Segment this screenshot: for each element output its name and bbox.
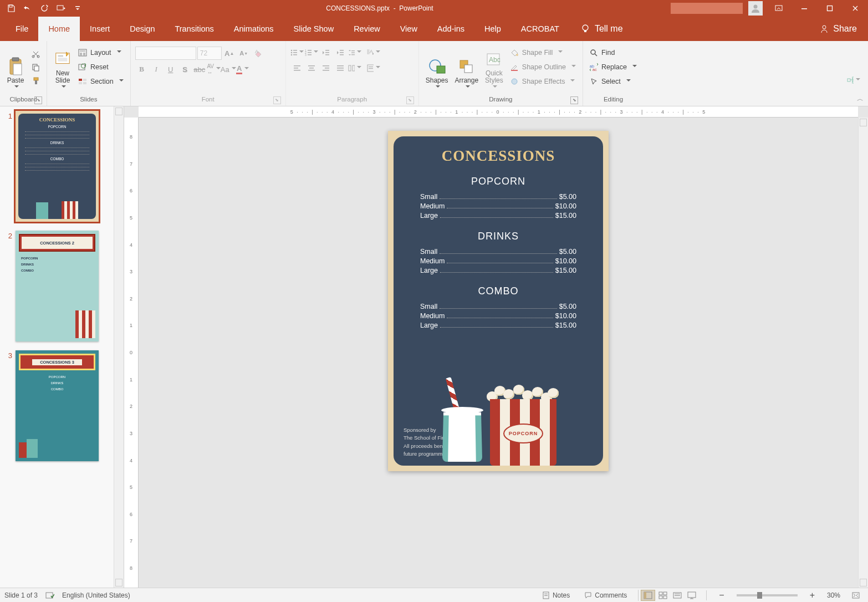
strikethrough-button[interactable]: abc bbox=[193, 63, 206, 75]
align-center-button[interactable] bbox=[305, 62, 318, 74]
drawing-dialog-launcher[interactable]: ⬊ bbox=[570, 96, 578, 104]
columns-button[interactable] bbox=[348, 62, 361, 74]
zoom-in-button[interactable]: + bbox=[805, 588, 819, 602]
collapse-ribbon-button[interactable]: ︿ bbox=[857, 94, 864, 104]
slide-canvas[interactable]: CONCESSIONS POPCORNSmall$5.00Medium$10.0… bbox=[139, 118, 858, 588]
ribbon-display-button[interactable] bbox=[766, 0, 792, 17]
thumbnail-entry[interactable]: 3 CONCESSIONS 3 POPCORN DRINKS COMBO bbox=[4, 350, 111, 461]
slide-sorter-button[interactable] bbox=[655, 590, 670, 601]
start-from-beginning-button[interactable] bbox=[53, 1, 69, 16]
replace-button[interactable]: abacReplace bbox=[588, 60, 639, 74]
account-avatar[interactable] bbox=[748, 1, 763, 16]
smartart-button[interactable] bbox=[847, 74, 860, 86]
zoom-slider[interactable] bbox=[737, 594, 798, 596]
clear-formatting-button[interactable]: A bbox=[252, 47, 265, 59]
select-button[interactable]: Select bbox=[588, 75, 639, 88]
thumbnail-scrollbar[interactable] bbox=[114, 106, 124, 588]
align-left-button[interactable] bbox=[290, 62, 304, 74]
tab-file[interactable]: File bbox=[6, 17, 38, 41]
align-right-button[interactable] bbox=[319, 62, 333, 74]
cut-button[interactable] bbox=[29, 48, 42, 60]
shape-fill-button[interactable]: Shape Fill bbox=[508, 46, 578, 59]
redo-button[interactable] bbox=[37, 1, 52, 16]
paste-button[interactable]: Paste bbox=[4, 43, 27, 91]
close-button[interactable] bbox=[843, 0, 868, 17]
tab-review[interactable]: Review bbox=[344, 17, 390, 41]
font-dialog-launcher[interactable]: ⬊ bbox=[273, 96, 281, 104]
shapes-button[interactable]: Shapes bbox=[423, 43, 451, 91]
customize-qat-button[interactable] bbox=[70, 1, 85, 16]
minimize-button[interactable] bbox=[792, 0, 817, 17]
font-color-button[interactable]: A bbox=[236, 63, 249, 75]
clipboard-dialog-launcher[interactable]: ⬊ bbox=[34, 96, 42, 104]
shape-effects-button[interactable]: Shape Effects bbox=[508, 75, 578, 88]
tab-acrobat[interactable]: ACROBAT bbox=[511, 17, 569, 41]
fit-to-window-button[interactable] bbox=[848, 588, 864, 602]
text-direction-button[interactable]: ||A bbox=[367, 47, 380, 59]
quick-styles-button[interactable]: Abc Quick Styles bbox=[483, 43, 506, 91]
new-slide-button[interactable]: New Slide bbox=[52, 43, 74, 91]
tab-insert[interactable]: Insert bbox=[80, 17, 120, 41]
decrease-font-button[interactable]: A▼ bbox=[237, 47, 251, 59]
increase-indent-button[interactable] bbox=[334, 47, 347, 59]
thumbnail-slide-2[interactable]: CONCESSIONS 2 POPCORN DRINKS COMBO bbox=[16, 231, 99, 341]
copy-button[interactable] bbox=[29, 61, 42, 73]
reset-button[interactable]: Reset bbox=[76, 60, 126, 74]
decrease-indent-button[interactable] bbox=[319, 47, 333, 59]
notes-button[interactable]: Notes bbox=[539, 588, 573, 602]
paragraph-dialog-launcher[interactable]: ⬊ bbox=[406, 96, 414, 104]
bullets-button[interactable] bbox=[290, 47, 304, 59]
bold-button[interactable]: B bbox=[135, 63, 149, 75]
slideshow-view-button[interactable] bbox=[684, 590, 698, 601]
tab-design[interactable]: Design bbox=[120, 17, 165, 41]
layout-button[interactable]: Layout bbox=[76, 46, 126, 59]
tab-transitions[interactable]: Transitions bbox=[165, 17, 223, 41]
thumbnail-slide-3[interactable]: CONCESSIONS 3 POPCORN DRINKS COMBO bbox=[16, 350, 99, 461]
language-indicator[interactable]: English (United States) bbox=[62, 591, 130, 599]
tab-animations[interactable]: Animations bbox=[224, 17, 284, 41]
font-size-selector[interactable]: 72 bbox=[197, 47, 222, 60]
maximize-button[interactable] bbox=[817, 0, 843, 17]
thumbnail-entry[interactable]: 2 CONCESSIONS 2 POPCORN DRINKS COMBO bbox=[4, 231, 111, 341]
italic-button[interactable]: I bbox=[150, 63, 163, 75]
underline-button[interactable]: U bbox=[164, 63, 177, 75]
zoom-level[interactable]: 30% bbox=[827, 591, 840, 599]
numbering-button[interactable]: 123 bbox=[305, 47, 318, 59]
format-painter-button[interactable] bbox=[29, 74, 42, 86]
comments-button[interactable]: Comments bbox=[581, 588, 630, 602]
tab-home[interactable]: Home bbox=[38, 17, 80, 41]
undo-button[interactable] bbox=[20, 1, 35, 16]
find-button[interactable]: Find bbox=[588, 46, 639, 59]
share-button[interactable]: Share bbox=[820, 17, 868, 41]
shape-outline-button[interactable]: Shape Outline bbox=[508, 60, 578, 74]
increase-font-button[interactable]: A▲ bbox=[223, 47, 236, 59]
tell-me-search[interactable]: Tell me bbox=[580, 17, 623, 41]
tab-slideshow[interactable]: Slide Show bbox=[284, 17, 344, 41]
tab-view[interactable]: View bbox=[390, 17, 427, 41]
align-text-button[interactable] bbox=[367, 62, 380, 74]
vertical-scrollbar[interactable] bbox=[858, 118, 868, 588]
tab-addins[interactable]: Add-ins bbox=[427, 17, 474, 41]
reading-view-button[interactable] bbox=[670, 590, 684, 601]
thumbnail-slide-1[interactable]: CONCESSIONS POPCORN DRINKS COMBO bbox=[16, 111, 99, 222]
vertical-ruler[interactable]: 87654321012345678 bbox=[124, 118, 139, 588]
section-button[interactable]: Section bbox=[76, 75, 126, 88]
spellcheck-icon[interactable] bbox=[45, 591, 54, 599]
tab-help[interactable]: Help bbox=[474, 17, 511, 41]
arrange-button[interactable]: Arrange bbox=[452, 43, 481, 91]
account-name-box[interactable] bbox=[671, 3, 743, 14]
normal-view-button[interactable] bbox=[641, 590, 655, 601]
save-button[interactable] bbox=[3, 1, 19, 16]
thumbnail-entry[interactable]: 1 CONCESSIONS POPCORN DRINKS COMBO bbox=[4, 111, 111, 222]
justify-button[interactable] bbox=[334, 62, 347, 74]
horizontal-ruler[interactable]: 5 · · · | · · · 4 · · · | · · · 3 · · · … bbox=[139, 106, 858, 118]
font-family-selector[interactable] bbox=[135, 47, 196, 60]
change-case-button[interactable]: Aa bbox=[222, 63, 235, 75]
zoom-out-button[interactable]: − bbox=[714, 588, 728, 602]
slide[interactable]: CONCESSIONS POPCORNSmall$5.00Medium$10.0… bbox=[388, 131, 609, 471]
line-spacing-button[interactable] bbox=[348, 47, 361, 59]
char-spacing-button[interactable]: AV↔ bbox=[207, 63, 221, 75]
slide-indicator[interactable]: Slide 1 of 3 bbox=[4, 591, 38, 599]
shadow-button[interactable]: S bbox=[178, 63, 192, 75]
slide-thumbnails[interactable]: 1 CONCESSIONS POPCORN DRINKS COMBO 2 C bbox=[0, 106, 114, 588]
